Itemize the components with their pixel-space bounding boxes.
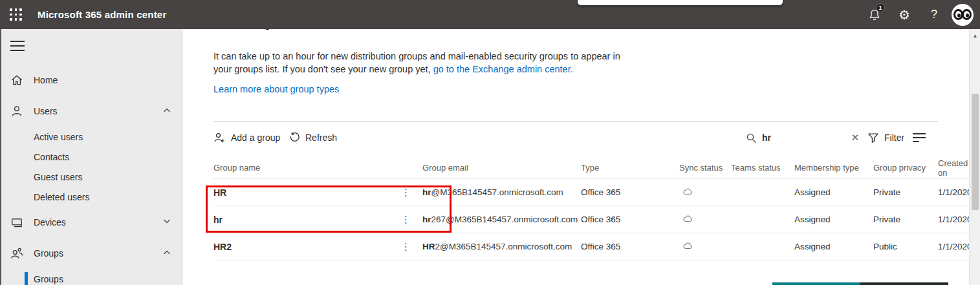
account-avatar[interactable]	[952, 4, 974, 26]
group-privacy-cell: Public	[873, 242, 938, 251]
help-button[interactable]: ?	[919, 0, 949, 29]
refresh-label: Refresh	[305, 132, 337, 143]
add-group-label: Add a group	[231, 132, 280, 143]
collapse-nav-button[interactable]	[10, 41, 25, 51]
sidebar-item-guest-users[interactable]: Guest users	[1, 167, 183, 187]
sidebar-item-home[interactable]: Home	[1, 65, 183, 96]
chevron-up-icon[interactable]	[162, 248, 171, 259]
partial-button-dark[interactable]	[860, 282, 948, 285]
type-cell: Office 365	[581, 215, 679, 224]
group-privacy-cell: Private	[873, 187, 938, 197]
sidebar-subitem-label: Deleted users	[34, 192, 89, 202]
refresh-icon	[289, 132, 300, 143]
sidebar-item-devices[interactable]: Devices	[1, 207, 183, 238]
exchange-admin-center-link[interactable]: go to the Exchange admin center.	[433, 64, 573, 74]
person-icon	[10, 105, 25, 118]
sidebar-nav: Home Users Active users Contacts	[1, 65, 183, 285]
scrollbar-thumb[interactable]	[972, 94, 979, 210]
table-row[interactable]: HR ⋮ hr@M365B145457.onmicrosoft.com Offi…	[213, 179, 969, 206]
sidebar-item-groups-groups[interactable]: Groups	[1, 269, 183, 285]
table-row[interactable]: hr ⋮ hr267@M365B145457.onmicrosoft.com O…	[213, 206, 969, 233]
group-name-cell: HR2	[213, 242, 401, 252]
info-text: It can take up to an hour for new distri…	[213, 50, 634, 76]
cloud-icon	[682, 241, 693, 250]
sidebar-subitem-label: Contacts	[34, 152, 69, 162]
partial-button-teal[interactable]	[772, 282, 860, 285]
app-launcher-icon[interactable]	[8, 7, 23, 22]
info-line2: your groups list. If you don't see your …	[213, 64, 433, 74]
toolbar-divider	[213, 121, 938, 122]
group-privacy-cell: Private	[873, 215, 938, 224]
table-search[interactable]	[746, 126, 843, 149]
people-icon	[10, 247, 25, 260]
group-email-cell: hr@M365B145457.onmicrosoft.com	[422, 187, 581, 197]
group-name-cell: HR	[213, 187, 401, 198]
top-bar: Microsoft 365 admin center 1 ⚙ ?	[0, 0, 980, 29]
membership-type-cell: Assigned	[794, 187, 873, 197]
type-cell: Office 365	[581, 187, 679, 197]
sidebar-item-contacts[interactable]: Contacts	[1, 147, 183, 167]
page-title: Groups	[213, 29, 289, 30]
clear-search-button[interactable]: ✕	[846, 126, 864, 149]
kebab-icon: ⋮	[401, 241, 411, 252]
chevron-down-icon[interactable]	[162, 217, 171, 228]
column-header-group-privacy[interactable]: Group privacy	[873, 163, 938, 173]
filter-button[interactable]: Filter	[867, 126, 904, 149]
info-line1: It can take up to an hour for new distri…	[213, 51, 620, 61]
customize-columns-icon[interactable]	[913, 132, 927, 143]
table-body: HR ⋮ hr@M365B145457.onmicrosoft.com Offi…	[213, 179, 969, 260]
notification-badge: 1	[876, 3, 885, 12]
add-group-button[interactable]: Add a group	[213, 126, 280, 149]
app-title: Microsoft 365 admin center	[38, 0, 166, 29]
filter-label: Filter	[884, 132, 904, 143]
refresh-button[interactable]: Refresh	[289, 126, 337, 149]
sidebar-item-groups[interactable]: Groups	[1, 238, 183, 269]
sidebar-subitem-label: Groups	[34, 274, 63, 284]
filter-funnel-icon	[867, 132, 879, 143]
notifications-button[interactable]: 1	[860, 0, 889, 29]
column-header-sync-status[interactable]: Sync status	[679, 163, 731, 173]
cloud-icon	[682, 214, 693, 223]
sync-status-cell	[679, 187, 731, 198]
sidebar-item-active-users[interactable]: Active users	[1, 127, 183, 147]
created-cell: 1/1/2020	[938, 215, 969, 224]
kebab-icon: ⋮	[401, 214, 411, 225]
column-header-group-name[interactable]: Group name	[213, 163, 401, 173]
group-email-cell: HR2@M365B145457.onmicrosoft.com	[422, 242, 581, 251]
table-row[interactable]: HR2 ⋮ HR2@M365B145457.onmicrosoft.com Of…	[213, 233, 969, 260]
learn-more-link[interactable]: Learn more about group types	[213, 84, 339, 94]
column-header-type[interactable]: Type	[581, 163, 679, 173]
kebab-icon: ⋮	[401, 187, 411, 198]
column-header-membership-type[interactable]: Membership type	[794, 163, 873, 173]
row-actions-button[interactable]: ⋮	[401, 214, 414, 226]
chevron-up-icon[interactable]	[162, 106, 171, 117]
devices-icon	[10, 216, 25, 229]
sidebar-item-deleted-users[interactable]: Deleted users	[1, 187, 183, 207]
sidebar-item-label: Groups	[34, 248, 63, 259]
m365-admin-center: Microsoft 365 admin center 1 ⚙ ?	[0, 0, 980, 285]
main-content: Groups It can take up to an hour for new…	[183, 29, 969, 285]
sidebar: Home Users Active users Contacts	[1, 29, 183, 285]
column-header-teams-status[interactable]: Teams status	[731, 163, 794, 173]
row-actions-button[interactable]: ⋮	[401, 187, 414, 198]
sync-status-cell	[679, 241, 731, 252]
type-cell: Office 365	[581, 242, 679, 251]
column-header-created-on[interactable]: Created on	[938, 158, 969, 178]
membership-type-cell: Assigned	[794, 242, 873, 251]
group-email-cell: hr267@M365B145457.onmicrosoft.com	[422, 215, 581, 224]
row-actions-button[interactable]: ⋮	[401, 241, 414, 253]
global-search-box[interactable]	[578, 0, 783, 5]
vertical-scrollbar[interactable]: ▲	[969, 29, 980, 285]
column-header-group-email[interactable]: Group email	[422, 163, 581, 173]
question-icon: ?	[931, 8, 937, 21]
scroll-up-arrow[interactable]: ▲	[970, 31, 980, 40]
created-cell: 1/1/2020	[938, 242, 969, 251]
sidebar-item-label: Devices	[34, 217, 66, 227]
sidebar-item-users[interactable]: Users	[1, 96, 183, 127]
sidebar-item-label: Home	[34, 75, 58, 85]
search-input[interactable]	[762, 132, 833, 143]
page-title-clipped: Groups	[183, 29, 442, 36]
home-icon	[10, 74, 25, 87]
toolbar: Add a group Refresh ✕ F	[183, 126, 969, 149]
settings-button[interactable]: ⚙	[889, 0, 919, 29]
